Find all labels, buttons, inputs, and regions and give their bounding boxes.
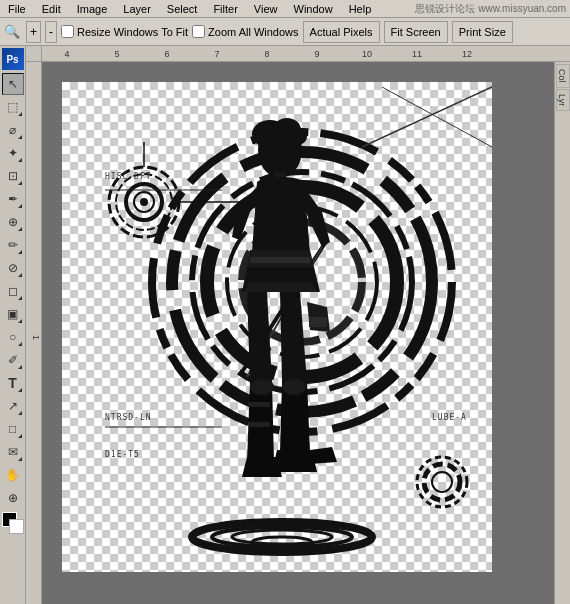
ruler-horizontal: 4 5 6 7 8 9 10 11 12 [26, 46, 570, 62]
menu-view[interactable]: View [250, 3, 282, 15]
svg-text:NTRSD-LN: NTRSD-LN [105, 413, 152, 422]
options-toolbar: 🔍 + - Resize Windows To Fit Zoom All Win… [0, 18, 570, 46]
svg-line-23 [382, 87, 492, 147]
tool-crop[interactable]: ⊡ [2, 165, 24, 187]
panel-tab-lyr[interactable]: Lyr [556, 89, 570, 111]
tool-eraser[interactable]: ◻ [2, 280, 24, 302]
menu-bar: File Edit Image Layer Select Filter View… [0, 0, 570, 18]
ruler-h-num-4: 4 [42, 49, 92, 59]
svg-point-31 [287, 129, 307, 145]
watermark-text: 思锐设计论坛 www.missyuan.com [415, 2, 566, 16]
menu-window[interactable]: Window [290, 3, 337, 15]
main-area: Ps ↖ ⬚ ⌀ ✦ ⊡ ✒ ⊕ ✏ ⊘ ◻ ▣ ○ ✐ T ↗ □ ✉ ✋ ⊕… [0, 46, 570, 604]
canvas-area: 4 5 6 7 8 9 10 11 12 1 2 3 4 5 6 7 [26, 46, 570, 604]
menu-select[interactable]: Select [163, 3, 202, 15]
ruler-h-num-9: 9 [292, 49, 342, 59]
menu-layer[interactable]: Layer [119, 3, 155, 15]
svg-line-22 [362, 87, 492, 147]
ruler-h-num-5: 5 [92, 49, 142, 59]
canvas-scroll: 1 2 3 4 5 6 7 [26, 62, 570, 604]
menu-file[interactable]: File [4, 3, 30, 15]
menu-filter[interactable]: Filter [209, 3, 241, 15]
ruler-h-num-6: 6 [142, 49, 192, 59]
tool-marquee[interactable]: ⬚ [2, 96, 24, 118]
print-size-btn[interactable]: Print Size [452, 21, 513, 43]
tool-eyedropper[interactable]: ✒ [2, 188, 24, 210]
tool-lasso[interactable]: ⌀ [2, 119, 24, 141]
resize-windows-checkbox[interactable] [61, 25, 74, 38]
svg-text:HISC-DFT: HISC-DFT [105, 172, 152, 181]
ruler-h-num-12: 12 [442, 49, 492, 59]
svg-point-37 [250, 379, 274, 395]
actual-pixels-btn[interactable]: Actual Pixels [303, 21, 380, 43]
panel-tab-col[interactable]: Col [556, 64, 570, 88]
svg-text:LUBE-A: LUBE-A [432, 413, 467, 422]
ps-logo: Ps [2, 48, 24, 70]
ruler-h-num-10: 10 [342, 49, 392, 59]
foreground-color[interactable] [2, 512, 24, 534]
zoom-all-group: Zoom All Windows [192, 25, 298, 38]
fit-screen-btn[interactable]: Fit Screen [384, 21, 448, 43]
svg-point-21 [432, 472, 452, 492]
ruler-v-num-1: 1 [31, 335, 41, 340]
tool-magic-wand[interactable]: ✦ [2, 142, 24, 164]
toolbox: Ps ↖ ⬚ ⌀ ✦ ⊡ ✒ ⊕ ✏ ⊘ ◻ ▣ ○ ✐ T ↗ □ ✉ ✋ ⊕ [0, 46, 26, 604]
canvas-content: HISC-DFT NTRSD-LN D1E-T5 LUBE-A [62, 82, 492, 572]
svg-rect-39 [248, 402, 270, 407]
ruler-vertical: 1 2 3 4 5 6 7 [26, 62, 42, 604]
svg-point-38 [282, 379, 306, 395]
tool-gradient[interactable]: ▣ [2, 303, 24, 325]
svg-rect-40 [248, 422, 270, 427]
zoom-all-checkbox[interactable] [192, 25, 205, 38]
resize-windows-group: Resize Windows To Fit [61, 25, 188, 38]
tool-shape[interactable]: □ [2, 418, 24, 440]
ruler-h-num-7: 7 [192, 49, 242, 59]
tool-healing[interactable]: ⊕ [2, 211, 24, 233]
svg-rect-36 [309, 317, 327, 327]
zoom-in-btn[interactable]: + [26, 21, 41, 43]
right-panel: Col Lyr [554, 62, 570, 604]
svg-text:D1E-T5: D1E-T5 [105, 450, 140, 459]
tool-type[interactable]: T [2, 372, 24, 394]
tool-hand[interactable]: ✋ [2, 464, 24, 486]
ruler-ticks-h: 4 5 6 7 8 9 10 11 12 [42, 46, 492, 61]
tool-notes[interactable]: ✉ [2, 441, 24, 463]
tool-pen[interactable]: ✐ [2, 349, 24, 371]
tool-move[interactable]: ↖ [2, 73, 24, 95]
svg-point-10 [140, 198, 148, 206]
figure-svg: HISC-DFT NTRSD-LN D1E-T5 LUBE-A [62, 82, 492, 572]
ruler-h-num-11: 11 [392, 49, 442, 59]
canvas-wrapper: HISC-DFT NTRSD-LN D1E-T5 LUBE-A [42, 62, 570, 604]
zoom-out-btn[interactable]: - [45, 21, 57, 43]
tool-brush[interactable]: ✏ [2, 234, 24, 256]
zoom-tool-icon: 🔍 [4, 24, 20, 39]
svg-point-20 [424, 464, 460, 500]
resize-windows-label: Resize Windows To Fit [77, 26, 188, 38]
ruler-corner [26, 46, 42, 62]
menu-edit[interactable]: Edit [38, 3, 65, 15]
ruler-h-num-8: 8 [242, 49, 292, 59]
tool-path-sel[interactable]: ↗ [2, 395, 24, 417]
tool-dodge[interactable]: ○ [2, 326, 24, 348]
tool-clone[interactable]: ⊘ [2, 257, 24, 279]
tool-zoom[interactable]: ⊕ [2, 487, 24, 509]
zoom-all-label: Zoom All Windows [208, 26, 298, 38]
menu-help[interactable]: Help [345, 3, 376, 15]
svg-rect-35 [250, 257, 310, 263]
menu-image[interactable]: Image [73, 3, 112, 15]
